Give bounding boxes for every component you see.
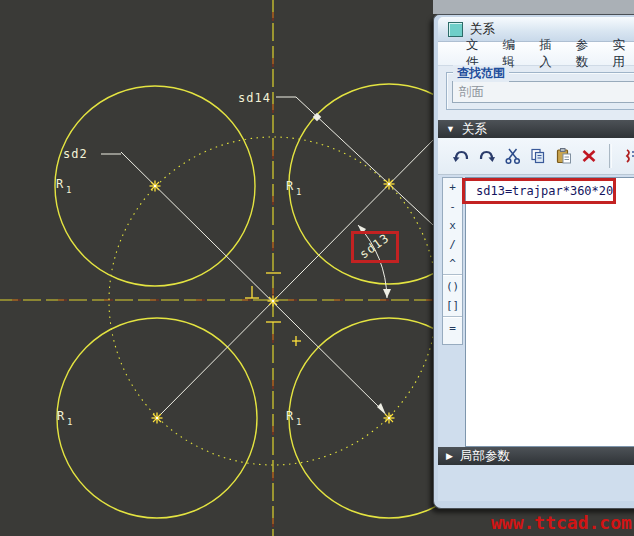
sd2-dimension-label[interactable]: sd2	[63, 147, 88, 161]
chevron-right-icon: ▶	[446, 452, 453, 461]
radius-label-top-right[interactable]: R 1	[286, 179, 301, 197]
point-marker[interactable]	[384, 179, 395, 190]
svg-text:1: 1	[296, 417, 301, 427]
parent-window-edge	[433, 0, 634, 14]
operator-brackets-button[interactable]: []	[443, 296, 462, 315]
sd14-leader	[276, 97, 448, 239]
redo-button[interactable]	[478, 144, 497, 168]
operator-divide-button[interactable]: /	[443, 235, 462, 254]
operator-column: + - x / ^ () [] =	[442, 177, 463, 345]
diagonal-line-sw-ne	[157, 121, 452, 418]
dialog-menubar: 文件 编辑 插入 参数 实用	[438, 42, 634, 66]
find-scope-groupbox: 查找范围 剖面	[446, 72, 634, 110]
more-button[interactable]	[622, 144, 634, 168]
local-params-section-label: 局部参数	[460, 448, 510, 465]
operator-multiply-button[interactable]: x	[443, 216, 462, 235]
paste-button[interactable]	[554, 144, 573, 168]
relations-toolbar	[438, 138, 634, 175]
undo-button[interactable]	[452, 144, 471, 168]
local-params-section-header[interactable]: ▶ 局部参数	[438, 447, 634, 465]
svg-text:1: 1	[67, 417, 72, 427]
svg-text:1: 1	[296, 187, 301, 197]
operator-plus-button[interactable]: +	[443, 178, 462, 197]
relation-text-line[interactable]: sd13=trajpar*360*20	[476, 184, 615, 198]
menu-parameters[interactable]: 参数	[568, 35, 605, 73]
operator-separator	[443, 274, 462, 276]
more-icon	[623, 147, 634, 165]
menu-insert[interactable]: 插入	[531, 35, 568, 73]
svg-text:R: R	[286, 409, 294, 423]
copy-button[interactable]	[529, 144, 548, 168]
point-marker[interactable]	[384, 413, 395, 424]
operator-minus-button[interactable]: -	[443, 197, 462, 216]
radius-label-bottom-left[interactable]: R 1	[57, 409, 72, 427]
relations-section-header[interactable]: ▼ 关系	[438, 120, 634, 138]
watermark-text: www.ttcad.com	[491, 512, 632, 533]
relations-workarea: + - x / ^ () [] = sd13=trajpar*360*20	[438, 175, 634, 447]
relations-dialog: 关系 文件 编辑 插入 参数 实用 查找范围 剖面 ▼ 关系	[433, 14, 634, 509]
cut-icon	[504, 147, 522, 165]
svg-text:R: R	[57, 409, 65, 423]
operator-separator	[443, 316, 462, 318]
radius-label-bottom-right[interactable]: R 1	[286, 409, 301, 427]
sd13-dimension-label-text[interactable]: sd13	[357, 231, 392, 262]
relation-text: sd13=trajpar*360*20	[476, 184, 613, 198]
toolbar-separator	[609, 144, 613, 168]
point-marker-center[interactable]	[268, 296, 279, 307]
paste-icon	[555, 147, 573, 165]
svg-text:R: R	[286, 179, 294, 193]
cut-button[interactable]	[503, 144, 522, 168]
radius-label-top-left[interactable]: R 1	[56, 177, 71, 195]
dialog-bottom-space	[438, 465, 634, 501]
find-scope-label: 查找范围	[453, 65, 509, 82]
diagonal-line-nw-se	[121, 152, 386, 415]
undo-icon	[452, 147, 470, 165]
point-marker[interactable]	[152, 413, 163, 424]
chevron-down-icon: ▼	[446, 125, 455, 134]
relations-section-label: 关系	[462, 121, 487, 138]
find-scope-field[interactable]: 剖面	[452, 81, 634, 103]
find-scope-panel: 查找范围 剖面	[438, 66, 634, 120]
point-marker[interactable]	[150, 181, 161, 192]
relation-text-editor[interactable]: sd13=trajpar*360*20	[465, 177, 634, 447]
operator-equals-button[interactable]: =	[443, 319, 462, 338]
menu-utilities[interactable]: 实用	[604, 35, 634, 73]
operator-power-button[interactable]: ^	[443, 254, 462, 273]
sd14-dimension-label[interactable]: sd14	[238, 91, 271, 105]
copy-icon	[529, 147, 547, 165]
operator-parentheses-button[interactable]: ()	[443, 277, 462, 296]
sd13-annotation-box: sd13	[351, 231, 399, 263]
delete-icon	[580, 147, 598, 165]
text-caret	[614, 184, 615, 197]
redo-icon	[478, 147, 496, 165]
svg-text:R: R	[56, 177, 64, 191]
delete-button[interactable]	[580, 144, 599, 168]
svg-text:1: 1	[66, 185, 71, 195]
